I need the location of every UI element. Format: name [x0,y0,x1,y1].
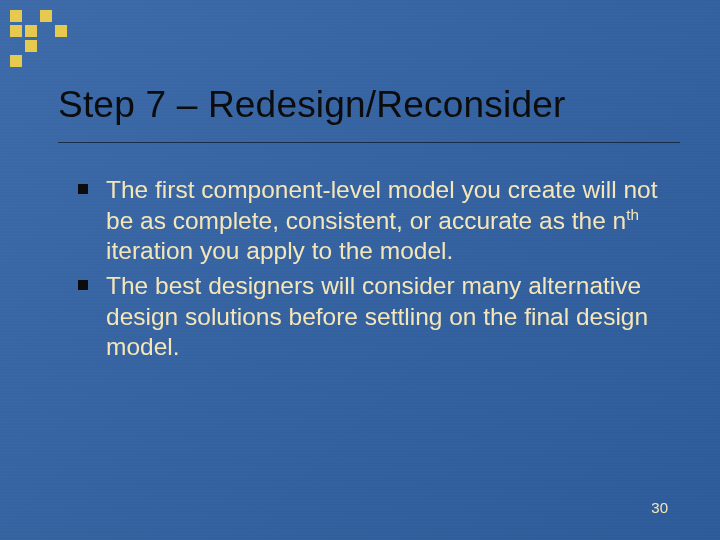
bullet-text-pre: The first component-level model you crea… [106,176,658,234]
bullet-item: The first component-level model you crea… [78,175,662,267]
slide-title: Step 7 – Redesign/Reconsider [58,84,680,126]
bullet-text: The best designers will consider many al… [106,271,662,363]
bullet-text-post: iteration you apply to the model. [106,237,453,264]
page-number: 30 [651,499,668,516]
bullet-text: The first component-level model you crea… [106,175,662,267]
bullet-text-pre: The best designers will consider many al… [106,272,648,360]
square-bullet-icon [78,280,88,290]
bullet-item: The best designers will consider many al… [78,271,662,363]
bullet-text-sup: th [626,205,639,222]
slide-content: The first component-level model you crea… [78,175,662,367]
title-rule [58,142,680,143]
decorative-corner-squares [10,10,67,67]
square-bullet-icon [78,184,88,194]
